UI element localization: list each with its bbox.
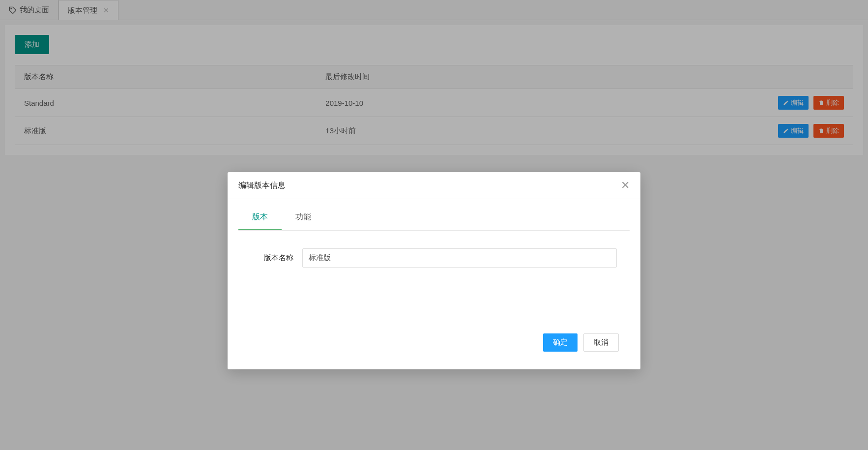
modal-footer: 确定 取消 (238, 327, 630, 359)
modal-tab-feature[interactable]: 功能 (282, 205, 325, 230)
version-name-input[interactable] (302, 248, 617, 268)
edit-version-modal: 编辑版本信息 ✕ 版本 功能 版本名称 确定 取消 (228, 172, 640, 369)
modal-body: 版本 功能 版本名称 确定 取消 (228, 205, 640, 369)
modal-tabs: 版本 功能 (238, 205, 630, 231)
form-row-name: 版本名称 (238, 248, 630, 268)
modal-title: 编辑版本信息 (238, 180, 286, 191)
form-label-name: 版本名称 (238, 253, 302, 263)
close-icon[interactable]: ✕ (621, 180, 630, 191)
modal-tab-version[interactable]: 版本 (238, 205, 282, 230)
cancel-button[interactable]: 取消 (583, 333, 619, 352)
confirm-button[interactable]: 确定 (543, 333, 578, 352)
modal-header: 编辑版本信息 ✕ (228, 172, 640, 199)
